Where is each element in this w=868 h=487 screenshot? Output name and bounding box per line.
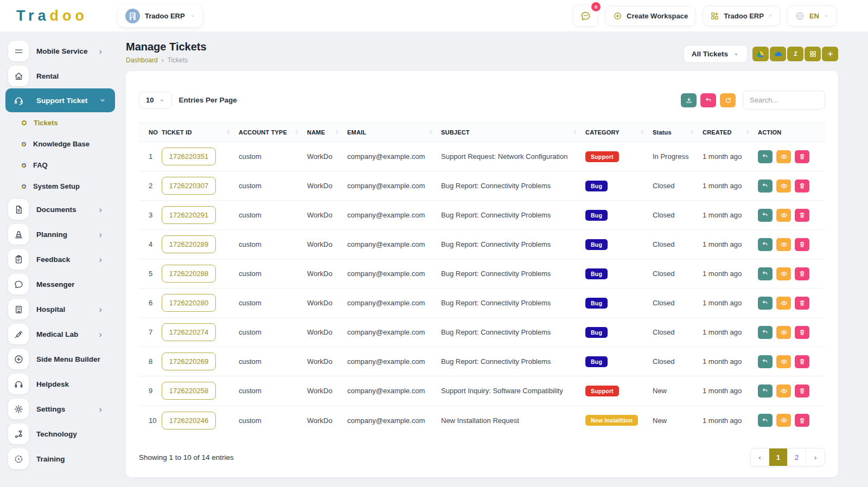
reply-button[interactable] [758, 238, 773, 251]
delete-button[interactable] [795, 355, 809, 368]
cell-name: WorkDo [307, 416, 347, 425]
delete-button[interactable] [795, 180, 809, 193]
delete-button[interactable] [795, 150, 809, 163]
grid-icon [809, 50, 817, 58]
view-button[interactable] [776, 209, 791, 222]
refresh-button[interactable] [720, 93, 736, 107]
sidebar-item-technology[interactable]: Technology [5, 421, 116, 446]
reply-button[interactable] [758, 297, 773, 310]
reply-button[interactable] [758, 355, 773, 368]
zendesk-button[interactable]: Z [787, 47, 803, 61]
column-header-account-type[interactable]: ACCOUNT TYPE [239, 129, 307, 136]
sidebar: Mobile Service›RentalSupport TicketTicke… [0, 31, 116, 487]
reply-button[interactable] [758, 209, 773, 222]
reply-button[interactable] [758, 180, 773, 193]
view-button[interactable] [776, 385, 791, 398]
column-header-ticket-id[interactable]: TICKET ID [162, 129, 239, 136]
column-header-name[interactable]: NAME [307, 129, 347, 136]
delete-button[interactable] [795, 209, 809, 222]
sidebar-item-planning[interactable]: Planning› [5, 222, 116, 247]
column-header-email[interactable]: EMAIL [347, 129, 441, 136]
column-header-created[interactable]: CREATED [703, 129, 758, 136]
ticket-filter-select[interactable]: All Tickets [684, 45, 748, 63]
topbar: Tradoo Tradoo ERP 0 Create Workspace Tra… [0, 0, 868, 31]
pagination-next[interactable]: › [806, 448, 825, 466]
sidebar-subitem-knowledge-base[interactable]: Knowledge Base [5, 133, 116, 155]
ticket-id-pill[interactable]: 1726220280 [162, 294, 216, 312]
view-button[interactable] [776, 355, 791, 368]
ticket-id-pill[interactable]: 1726220351 [162, 148, 216, 165]
breadcrumb-dashboard[interactable]: Dashboard [126, 56, 158, 64]
ticket-id-pill[interactable]: 1726220246 [162, 412, 216, 430]
pagination-page-2[interactable]: 2 [788, 448, 806, 466]
cell-email: company@example.com [347, 270, 441, 278]
sidebar-subitem-faq[interactable]: FAQ [5, 155, 116, 176]
sort-icon [428, 129, 433, 136]
delete-button[interactable] [795, 414, 809, 427]
sidebar-item-mobile-service[interactable]: Mobile Service› [5, 39, 116, 63]
view-button[interactable] [776, 326, 791, 339]
sidebar-subitem-tickets[interactable]: Tickets [5, 112, 116, 133]
view-button[interactable] [776, 180, 791, 193]
reply-icon [762, 387, 769, 394]
table-row: 41726220289customWorkDocompany@example.c… [139, 230, 825, 259]
ticket-id-pill[interactable]: 1726220258 [162, 382, 216, 400]
grid-button[interactable] [805, 47, 821, 61]
column-header-status[interactable]: Status [653, 129, 703, 136]
messages-button[interactable]: 0 [573, 5, 598, 27]
sidebar-item-hospital[interactable]: Hospital› [5, 297, 116, 322]
reply-button[interactable] [758, 414, 773, 427]
sidebar-item-rental[interactable]: Rental [5, 63, 116, 88]
export-button[interactable] [681, 93, 697, 107]
sidebar-item-support-ticket[interactable]: Support Ticket [5, 88, 115, 112]
bullet-icon [22, 163, 26, 168]
sidebar-item-side-menu-builder[interactable]: Side Menu Builder [5, 347, 116, 371]
create-workspace-button[interactable]: Create Workspace [605, 6, 695, 26]
delete-button[interactable] [795, 267, 809, 280]
sidebar-item-settings[interactable]: Settings› [5, 396, 116, 421]
undo-button[interactable] [700, 93, 716, 107]
erp-apps-button[interactable]: Tradoo ERP [703, 6, 780, 26]
delete-button[interactable] [795, 238, 809, 251]
google-drive-button[interactable] [752, 47, 769, 61]
language-selector[interactable]: EN [787, 5, 837, 27]
gear-icon [8, 399, 29, 419]
ticket-id-pill[interactable]: 1726220288 [162, 265, 216, 283]
view-button[interactable] [776, 150, 791, 163]
ticket-id-pill[interactable]: 1726220291 [162, 206, 216, 224]
ticket-id-pill[interactable]: 1726220274 [162, 323, 216, 341]
reply-button[interactable] [758, 267, 773, 280]
search-input[interactable] [743, 91, 825, 110]
table-row: 11726220351customWorkDocompany@example.c… [139, 142, 825, 171]
sidebar-item-documents[interactable]: Documents› [5, 197, 116, 222]
view-button[interactable] [776, 414, 791, 427]
column-header-category[interactable]: CATEGORY [585, 129, 653, 136]
home-icon [8, 66, 29, 86]
onedrive-button[interactable] [770, 47, 786, 61]
sidebar-item-messenger[interactable]: Messenger [5, 272, 116, 297]
sidebar-item-medical-lab[interactable]: Medical Lab› [5, 322, 116, 347]
view-button[interactable] [776, 267, 791, 280]
delete-button[interactable] [795, 297, 809, 310]
ticket-id-pill[interactable]: 1726220269 [162, 353, 216, 370]
view-button[interactable] [776, 297, 791, 310]
ticket-id-pill[interactable]: 1726220289 [162, 235, 216, 253]
trash-icon [799, 299, 806, 306]
workspace-selector[interactable]: Tradoo ERP [118, 5, 202, 27]
pagination-page-1[interactable]: 1 [769, 448, 788, 466]
delete-button[interactable] [795, 326, 809, 339]
reply-button[interactable] [758, 150, 773, 163]
sidebar-item-helpdesk[interactable]: Helpdesk [5, 371, 116, 396]
sidebar-item-feedback[interactable]: Feedback› [5, 247, 116, 272]
column-header-subject[interactable]: SUBJECT [441, 129, 585, 136]
pagination-prev[interactable]: ‹ [751, 448, 769, 466]
plus-button[interactable] [822, 47, 838, 61]
entries-per-page-select[interactable]: 10 [139, 92, 172, 108]
ticket-id-pill[interactable]: 1726220307 [162, 177, 216, 195]
delete-button[interactable] [795, 385, 809, 398]
sidebar-subitem-system-setup[interactable]: System Setup [5, 176, 116, 197]
reply-button[interactable] [758, 326, 773, 339]
reply-button[interactable] [758, 385, 773, 398]
sidebar-item-training[interactable]: Training [5, 446, 116, 471]
view-button[interactable] [776, 238, 791, 251]
